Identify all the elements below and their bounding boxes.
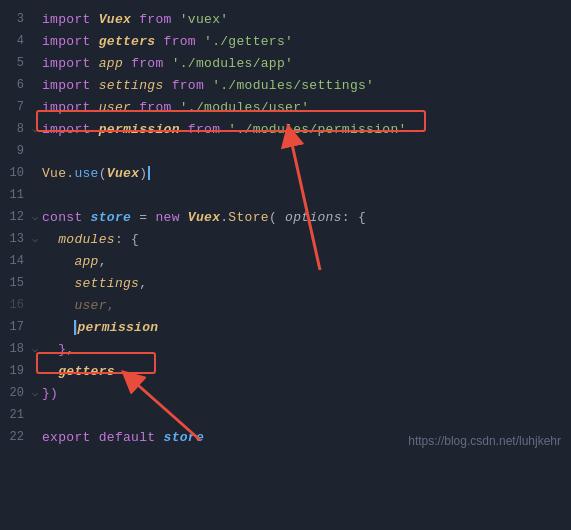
token-id-vue: Vue <box>42 166 66 181</box>
token-plain: = <box>131 210 155 225</box>
token-plain: , <box>99 254 107 269</box>
code-line: 4 import getters from './getters' <box>0 30 571 52</box>
token-kw-import: import <box>42 78 99 93</box>
token-kw-export: export <box>42 430 99 445</box>
token-id-settings: settings <box>74 276 139 291</box>
permission-token: permission <box>77 320 158 335</box>
token-paren: ) <box>139 166 147 181</box>
token-kw-import: import <box>42 100 99 115</box>
line-number: 3 <box>4 12 32 26</box>
text-cursor <box>148 166 150 180</box>
line-content: getters <box>42 364 567 379</box>
code-line: 9 <box>0 140 571 162</box>
token-id-vuex: Vuex <box>107 166 139 181</box>
token-plain <box>172 100 180 115</box>
line-content: import permission from './modules/permis… <box>42 122 567 137</box>
token-kw-new: new <box>155 210 187 225</box>
token-str: './getters' <box>204 34 293 49</box>
token-paren: ( <box>99 166 107 181</box>
line-number: 17 <box>4 320 32 334</box>
token-paren: ( <box>269 210 277 225</box>
token-str: './modules/permission' <box>228 122 406 137</box>
token-plain <box>42 232 58 247</box>
token-plain <box>42 342 58 357</box>
code-line: 14 app, <box>0 250 571 272</box>
line-content: modules: { <box>42 232 567 247</box>
token-bracket: }, <box>58 342 74 357</box>
line-content: settings, <box>42 276 567 291</box>
token-plain <box>42 276 74 291</box>
code-line: 17 permission <box>0 316 571 338</box>
token-id-user: user <box>74 298 106 313</box>
token-plain <box>164 78 172 93</box>
token-plain <box>180 122 188 137</box>
line-content: import user from './modules/user' <box>42 100 567 115</box>
token-kw-import: import <box>42 122 99 137</box>
line-number: 20 <box>4 386 32 400</box>
line-number: 6 <box>4 78 32 92</box>
token-kw-const: const <box>42 210 91 225</box>
token-id-app: app <box>99 56 123 71</box>
token-str: 'vuex' <box>180 12 229 27</box>
code-line: 10 Vue.use(Vuex) <box>0 162 571 184</box>
line-number: 9 <box>4 144 32 158</box>
line-number: 4 <box>4 34 32 48</box>
token-str: './modules/app' <box>172 56 294 71</box>
code-editor: 3 import Vuex from 'vuex'4 import getter… <box>0 0 571 456</box>
line-content: app, <box>42 254 567 269</box>
code-line: 3 import Vuex from 'vuex' <box>0 8 571 30</box>
token-plain <box>42 364 58 379</box>
token-id-getters: getters <box>58 364 115 379</box>
token-id-vuex: Vuex <box>99 12 131 27</box>
token-id-use: use <box>74 166 98 181</box>
code-line: 8⌵import permission from './modules/perm… <box>0 118 571 140</box>
token-kw-default: default <box>99 430 164 445</box>
code-line: 20⌵}) <box>0 382 571 404</box>
code-line: 5 import app from './modules/app' <box>0 52 571 74</box>
token-kw-from: from <box>188 122 220 137</box>
code-line: 12⌵const store = new Vuex.Store( options… <box>0 206 571 228</box>
token-id-user: user <box>99 100 131 115</box>
line-number: 19 <box>4 364 32 378</box>
code-line: 19 getters <box>0 360 571 382</box>
token-plain: : { <box>115 232 139 247</box>
code-line: 13⌵ modules: { <box>0 228 571 250</box>
line-number: 12 <box>4 210 32 224</box>
token-kw-import: import <box>42 34 99 49</box>
code-line: 21 <box>0 404 571 426</box>
token-id-getters: getters <box>99 34 156 49</box>
line-content: }) <box>42 386 567 401</box>
token-id-app: app <box>74 254 98 269</box>
fold-icon: ⌵ <box>32 233 42 245</box>
token-kw-from: from <box>131 56 163 71</box>
token-str: './modules/user' <box>180 100 310 115</box>
line-number: 13 <box>4 232 32 246</box>
token-kw-import: import <box>42 56 99 71</box>
token-kw-from: from <box>139 100 171 115</box>
token-id-permission: permission <box>99 122 180 137</box>
line-number: 18 <box>4 342 32 356</box>
token-kw-from: from <box>139 12 171 27</box>
code-line: 6 import settings from './modules/settin… <box>0 74 571 96</box>
line-content: permission <box>42 320 567 335</box>
code-line: 11 <box>0 184 571 206</box>
token-plain: , <box>107 298 115 313</box>
token-plain <box>204 78 212 93</box>
line-content: }, <box>42 342 567 357</box>
line-number: 14 <box>4 254 32 268</box>
fold-icon: ⌵ <box>32 123 42 135</box>
token-plain: : { <box>342 210 366 225</box>
token-plain <box>172 12 180 27</box>
token-bracket: }) <box>42 386 58 401</box>
line-number: 21 <box>4 408 32 422</box>
line-content: import Vuex from 'vuex' <box>42 12 567 27</box>
token-plain <box>42 298 74 313</box>
token-id-store: store <box>91 210 132 225</box>
line-content: const store = new Vuex.Store( options: { <box>42 210 567 225</box>
token-plain <box>155 34 163 49</box>
token-plain: , <box>139 276 147 291</box>
code-line: 7 import user from './modules/user' <box>0 96 571 118</box>
token-plain <box>123 56 131 71</box>
token-id-settings: settings <box>99 78 164 93</box>
token-id-modules: modules <box>58 232 115 247</box>
